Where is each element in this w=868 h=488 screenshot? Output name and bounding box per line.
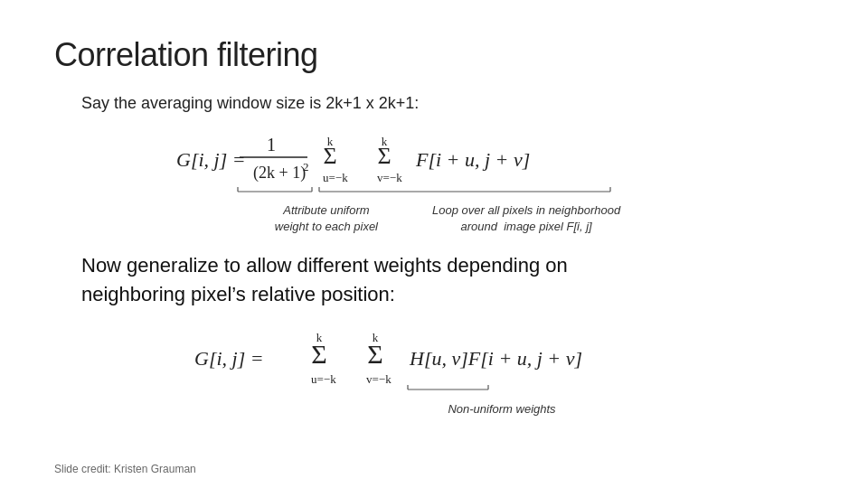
svg-text:u=−k: u=−k	[311, 372, 336, 386]
svg-text:Σ: Σ	[377, 143, 391, 169]
svg-text:u=−k: u=−k	[323, 171, 348, 184]
formula1-block: G[i, j] = 1 (2k + 1) 2 k Σ u=−k k Σ v=−k…	[81, 126, 814, 193]
generalize-text: Now generalize to allow different weight…	[81, 251, 814, 309]
annotation-row1: Attribute uniformweight to each pixel Lo…	[81, 199, 814, 235]
subtitle-text: Say the averaging window size is 2k+1 x …	[81, 94, 814, 113]
svg-text:Σ: Σ	[311, 339, 326, 369]
slide-title: Correlation filtering	[54, 36, 814, 74]
formula1-svg: G[i, j] = 1 (2k + 1) 2 k Σ u=−k k Σ v=−k…	[167, 126, 728, 193]
formula2-svg: G[i, j] = k Σ u=−k k Σ v=−k H[u, v]F[i +…	[185, 322, 710, 394]
slide: Correlation filtering Say the averaging …	[0, 0, 868, 488]
svg-text:G[i, j] =: G[i, j] =	[176, 148, 246, 171]
annotation-uniform-text: Attribute uniformweight to each pixel	[275, 202, 378, 235]
svg-text:Σ: Σ	[323, 143, 336, 169]
annotation-uniform: Attribute uniformweight to each pixel	[275, 199, 378, 235]
svg-text:v=−k: v=−k	[366, 372, 392, 386]
svg-text:2: 2	[303, 160, 309, 174]
svg-text:1: 1	[267, 135, 276, 155]
content-area: Say the averaging window size is 2k+1 x …	[54, 94, 814, 418]
annotation-nonuniform-text: Non-uniform weights	[448, 401, 555, 418]
svg-text:F[i + u, j + v]: F[i + u, j + v]	[415, 148, 530, 171]
svg-text:v=−k: v=−k	[377, 171, 402, 184]
annotation-loop: Loop over all pixels in neighborhoodarou…	[432, 199, 620, 235]
formula2-block: G[i, j] = k Σ u=−k k Σ v=−k H[u, v]F[i +…	[81, 322, 814, 394]
annotation2-row: Non-uniform weights	[81, 398, 814, 418]
annotation-loop-text: Loop over all pixels in neighborhoodarou…	[432, 202, 620, 235]
svg-text:Σ: Σ	[367, 339, 382, 369]
svg-text:G[i, j] =: G[i, j] =	[194, 347, 264, 370]
svg-text:(2k + 1): (2k + 1)	[253, 164, 306, 183]
slide-credit: Slide credit: Kristen Grauman	[54, 463, 196, 475]
svg-text:H[u, v]F[i + u, j + v]: H[u, v]F[i + u, j + v]	[409, 347, 582, 370]
